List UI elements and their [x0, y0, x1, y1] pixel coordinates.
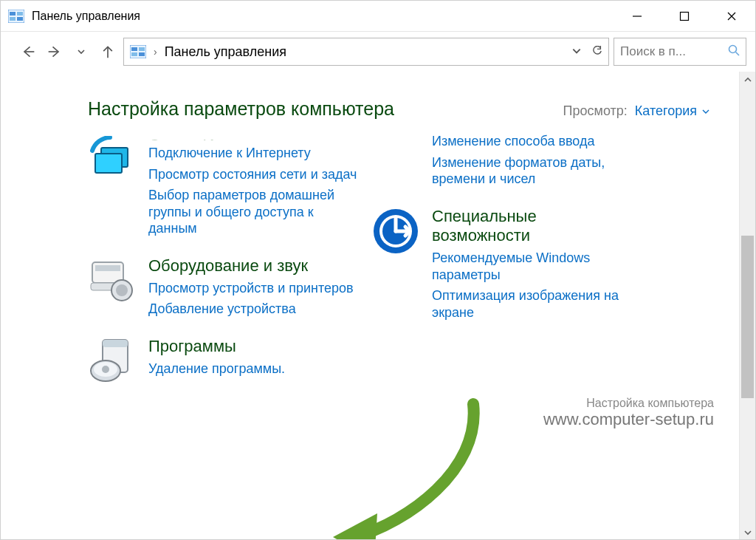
svg-rect-15 [131, 52, 137, 56]
category-title[interactable]: Специальные возможности [432, 207, 622, 246]
svg-rect-1 [10, 12, 16, 16]
svg-point-30 [102, 366, 109, 373]
view-by-dropdown[interactable]: Категория [635, 103, 709, 119]
svg-rect-12 [130, 45, 146, 58]
svg-rect-0 [8, 10, 24, 23]
vertical-scrollbar[interactable] [739, 72, 755, 540]
forward-button[interactable] [44, 39, 66, 64]
svg-line-18 [736, 52, 740, 55]
svg-rect-2 [17, 12, 23, 16]
view-by-label: Просмотр: [563, 103, 628, 119]
minimize-button[interactable] [614, 1, 661, 32]
window-title: Панель управления [32, 10, 140, 23]
svg-rect-16 [139, 52, 145, 56]
svg-point-17 [729, 45, 737, 52]
caption-controls [614, 1, 755, 32]
search-placeholder: Поиск в п... [620, 44, 724, 59]
link-add-device[interactable]: Добавление устройства [148, 301, 354, 318]
category-title[interactable]: Сеть и Интернет [148, 136, 361, 140]
ease-of-access-icon [371, 207, 420, 256]
refresh-button[interactable] [592, 44, 602, 60]
address-bar[interactable]: › Панель управления [123, 38, 609, 66]
scroll-up-button[interactable] [740, 72, 756, 88]
scroll-down-button[interactable] [740, 524, 756, 540]
address-path: Панель управления [165, 44, 286, 60]
link-date-time-formats[interactable]: Изменение форматов даты, времени и чисел [432, 154, 622, 188]
programs-icon [88, 337, 137, 386]
content-area: Настройка параметров компьютера Просмотр… [1, 72, 755, 540]
category-ease-of-access: Специальные возможности Рекомендуемые Wi… [371, 207, 622, 321]
nav-row: › Панель управления Поиск в п... [1, 32, 755, 72]
link-uninstall-program[interactable]: Удаление программы. [148, 360, 285, 377]
chevron-right-icon: › [154, 46, 157, 58]
link-devices-printers[interactable]: Просмотр устройств и принтеров [148, 280, 354, 297]
hardware-icon [88, 256, 137, 305]
link-input-method[interactable]: Изменение способа ввода [432, 133, 622, 150]
category-network: Сеть и Интернет Подключение к Интернету … [88, 136, 361, 237]
back-button[interactable] [17, 39, 39, 64]
category-hardware-sound: Оборудование и звук Просмотр устройств и… [88, 256, 361, 318]
svg-rect-22 [95, 265, 120, 271]
scroll-thumb[interactable] [741, 236, 754, 398]
link-recommended-settings[interactable]: Рекомендуемые Windows параметры [432, 250, 622, 283]
link-connect-internet[interactable]: Подключение к Интернету [148, 145, 361, 162]
svg-rect-6 [681, 12, 689, 20]
title-bar: Панель управления [1, 1, 755, 32]
annotation-arrow [326, 389, 503, 540]
view-by: Просмотр: Категория [563, 103, 709, 119]
svg-rect-4 [17, 17, 23, 21]
link-homegroup-sharing[interactable]: Выбор параметров домашней группы и общег… [148, 187, 361, 237]
svg-rect-27 [103, 340, 128, 347]
category-title[interactable]: Программы [148, 337, 285, 356]
recent-locations-button[interactable] [70, 39, 92, 64]
svg-rect-14 [139, 47, 145, 51]
category-region-partial: Изменение способа ввода Изменение формат… [371, 136, 622, 188]
svg-rect-20 [95, 154, 122, 173]
up-button[interactable] [97, 39, 119, 64]
address-dropdown-button[interactable] [571, 44, 582, 60]
control-panel-icon [8, 10, 24, 23]
network-icon [88, 136, 137, 185]
link-network-status[interactable]: Просмотр состояния сети и задач [148, 166, 361, 183]
svg-rect-13 [131, 47, 137, 51]
page-title: Настройка параметров компьютера [88, 98, 394, 120]
page-header: Настройка параметров компьютера Просмотр… [30, 98, 709, 120]
svg-rect-3 [10, 17, 16, 21]
control-panel-icon [130, 45, 146, 58]
link-optimize-display[interactable]: Оптимизация изображения на экране [432, 287, 622, 321]
category-programs: Программы Удаление программы. [88, 337, 361, 386]
maximize-button[interactable] [661, 1, 708, 32]
close-button[interactable] [708, 1, 755, 32]
category-title[interactable]: Оборудование и звук [148, 256, 354, 276]
svg-point-25 [116, 284, 128, 296]
search-icon [728, 44, 740, 60]
search-input[interactable]: Поиск в п... [614, 38, 746, 66]
scroll-track[interactable] [740, 88, 755, 524]
